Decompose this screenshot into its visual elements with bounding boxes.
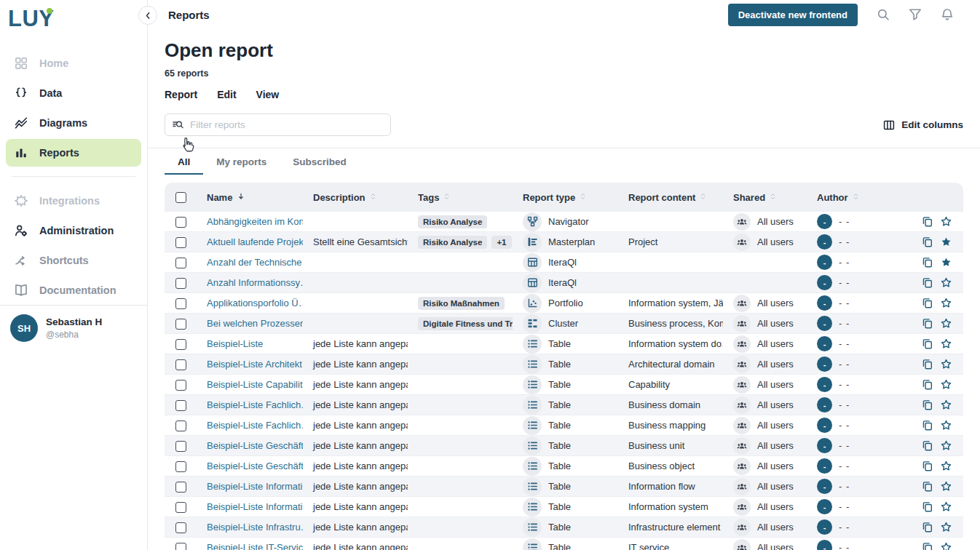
table-row[interactable]: Bei welchen Prozessen…Digitale Fitness u… [165,314,963,334]
report-name-link[interactable]: Beispiel-Liste Fachlich… [207,420,303,431]
sidebar-item-shortcuts[interactable]: Shortcuts [6,247,141,274]
copy-report-button[interactable] [922,542,933,550]
report-name-link[interactable]: Beispiel-Liste Informati… [207,501,303,512]
table-row[interactable]: Beispiel-Liste IT-Servic…jede Liste kann… [165,538,963,550]
tab-subscribed[interactable]: Subscribed [280,148,360,175]
report-name-link[interactable]: Abhängigkeiten im Kon… [207,216,303,227]
table-row[interactable]: Beispiel-Listejede Liste kann angepa…Tab… [165,334,963,354]
row-checkbox[interactable] [175,461,186,472]
report-name-link[interactable]: Beispiel-Liste IT-Servic… [207,542,303,550]
row-checkbox[interactable] [175,217,186,228]
copy-report-button[interactable] [922,338,933,349]
row-checkbox[interactable] [175,278,186,289]
favorite-star-button[interactable] [941,379,952,390]
favorite-star-button[interactable] [941,236,952,247]
sidebar-item-administration[interactable]: Administration [6,217,141,244]
column-header-report-content[interactable]: Report content [618,183,723,212]
notifications-button[interactable] [941,8,954,21]
row-checkbox[interactable] [175,298,186,309]
user-block[interactable]: SH Sebastian H @sebha [0,305,147,351]
row-checkbox[interactable] [175,359,186,370]
report-name-link[interactable]: Bei welchen Prozessen… [207,318,303,329]
table-row[interactable]: Beispiel-Liste Geschäft…jede Liste kann … [165,456,963,477]
column-header-author[interactable]: Author [807,183,912,212]
column-header-tags[interactable]: Tags [408,183,513,212]
edit-columns-button[interactable]: Edit columns [883,119,963,131]
copy-report-button[interactable] [922,298,933,308]
row-checkbox[interactable] [175,482,186,493]
sidebar-item-data[interactable]: Data [6,79,141,107]
table-row[interactable]: Beispiel-Liste Informati…jede Liste kann… [165,497,963,517]
favorite-star-button[interactable] [941,420,952,431]
favorite-star-button[interactable] [941,298,952,308]
sidebar-item-home[interactable]: Home [6,49,141,77]
report-name-link[interactable]: Beispiel-Liste Geschäft… [207,440,303,451]
report-name-link[interactable]: Beispiel-Liste Infrastru… [207,522,303,533]
favorite-star-button[interactable] [941,257,952,268]
row-checkbox[interactable] [175,421,186,431]
copy-report-button[interactable] [922,236,933,247]
sidebar-collapse-button[interactable] [138,6,157,25]
copy-report-button[interactable] [922,461,933,471]
report-name-link[interactable]: Beispiel-Liste Architekt… [207,359,303,370]
copy-report-button[interactable] [922,501,933,512]
table-row[interactable]: Aktuell laufende Projek…Stellt eine Gesa… [165,232,963,252]
report-name-link[interactable]: Applikationsporfolio Ü… [207,298,303,308]
table-row[interactable]: Applikationsporfolio Ü…Risiko MaßnahmenP… [165,293,963,314]
row-checkbox[interactable] [175,339,186,350]
report-name-link[interactable]: Beispiel-Liste [207,338,263,349]
filter-button[interactable] [909,8,922,21]
deactivate-frontend-button[interactable]: Deactivate new frontend [728,4,858,26]
favorite-star-button[interactable] [941,399,952,410]
copy-report-button[interactable] [922,399,933,410]
sidebar-item-reports[interactable]: Reports [6,139,141,167]
table-row[interactable]: Abhängigkeiten im Kon…Risiko AnalyseNavi… [165,212,963,232]
report-name-link[interactable]: Anzahl Informationssy… [207,277,303,288]
tab-all[interactable]: All [165,148,203,175]
column-header-name[interactable]: Name [197,183,303,212]
menu-edit[interactable]: Edit [217,89,236,100]
favorite-star-button[interactable] [941,359,952,370]
report-name-link[interactable]: Beispiel-Liste Fachlich… [207,399,303,410]
sidebar-item-diagrams[interactable]: Diagrams [6,109,141,137]
tab-my-reports[interactable]: My reports [203,148,280,175]
favorite-star-button[interactable] [941,216,952,227]
search-button[interactable] [877,8,890,21]
copy-report-button[interactable] [922,440,933,451]
favorite-star-button[interactable] [941,542,952,550]
favorite-star-button[interactable] [941,277,952,288]
row-checkbox[interactable] [175,441,186,452]
favorite-star-button[interactable] [941,338,952,349]
table-row[interactable]: Beispiel-Liste Informati…jede Liste kann… [165,477,963,497]
sidebar-item-documentation[interactable]: Documentation [6,276,141,304]
menu-view[interactable]: View [256,89,280,100]
table-row[interactable]: Anzahl der Technische…IteraQl-- - [165,252,963,273]
report-name-link[interactable]: Beispiel-Liste Geschäft… [207,461,303,471]
table-row[interactable]: Anzahl Informationssy…IteraQl-- - [165,273,963,293]
copy-report-button[interactable] [922,257,933,268]
favorite-star-button[interactable] [941,522,952,533]
row-checkbox[interactable] [175,543,186,550]
copy-report-button[interactable] [922,216,933,227]
row-checkbox[interactable] [175,319,186,330]
filter-reports-input[interactable] [189,119,383,131]
copy-report-button[interactable] [922,481,933,492]
favorite-star-button[interactable] [941,501,952,512]
column-header-report-type[interactable]: Report type [513,183,618,212]
table-row[interactable]: Beispiel-Liste Architekt…jede Liste kann… [165,354,963,375]
column-header-shared[interactable]: Shared [723,183,807,212]
favorite-star-button[interactable] [941,318,952,329]
copy-report-button[interactable] [922,379,933,390]
report-name-link[interactable]: Beispiel-Liste Informati… [207,481,303,492]
report-name-link[interactable]: Aktuell laufende Projek… [207,236,303,247]
row-checkbox[interactable] [175,237,186,248]
copy-report-button[interactable] [922,522,933,533]
sidebar-item-integrations[interactable]: Integrations [6,187,141,215]
select-all-checkbox[interactable] [175,192,186,203]
table-row[interactable]: Beispiel-Liste Infrastru…jede Liste kann… [165,517,963,538]
favorite-star-button[interactable] [941,461,952,471]
menu-report[interactable]: Report [165,89,197,100]
select-all-checkbox-header[interactable] [165,183,197,212]
favorite-star-button[interactable] [941,481,952,492]
favorite-star-button[interactable] [941,440,952,451]
